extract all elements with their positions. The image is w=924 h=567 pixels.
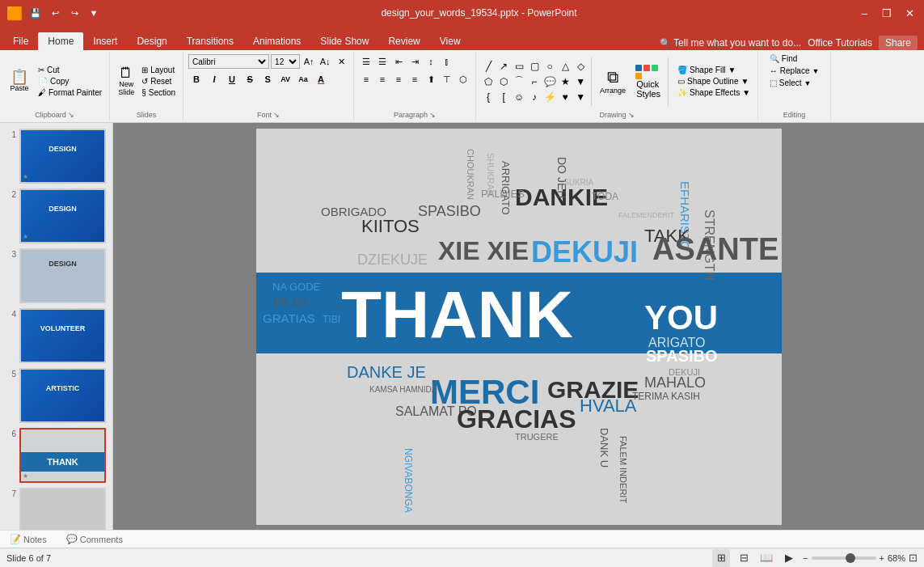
clipboard-label[interactable]: Clipboard ↘ — [35, 109, 74, 119]
numbering-button[interactable]: ☰ — [375, 54, 390, 69]
redo-button[interactable]: ↪ — [66, 5, 82, 21]
tab-home[interactable]: Home — [38, 32, 83, 50]
slide-image-4[interactable]: VOLUNTEER — [19, 308, 106, 363]
tab-insert[interactable]: Insert — [83, 32, 127, 50]
bullets-button[interactable]: ☰ — [359, 54, 373, 69]
tab-file[interactable]: File — [3, 32, 38, 50]
smiley-shape[interactable]: ☺ — [512, 90, 526, 104]
tab-review[interactable]: Review — [378, 32, 429, 50]
slide-thumb-7[interactable]: 7 — [6, 488, 106, 530]
minimize-button[interactable]: ‒ — [856, 5, 872, 21]
font-color-button[interactable]: A — [313, 72, 329, 87]
paste-button[interactable]: 📋 Paste — [5, 68, 34, 95]
slide-image-1[interactable]: DESIGN ★ — [19, 129, 106, 184]
slide-thumb-6[interactable]: 6 THANK ★ — [6, 428, 106, 483]
slide-sorter-button[interactable]: ⊟ — [735, 549, 753, 567]
arrow-shape[interactable]: ↗ — [496, 59, 511, 74]
increase-font-button[interactable]: A↑ — [302, 54, 316, 69]
zoom-in-button[interactable]: + — [880, 553, 884, 563]
pentagon-shape[interactable]: ⬠ — [481, 74, 496, 89]
align-text-button[interactable]: ⊤ — [440, 72, 454, 87]
slideshow-button[interactable]: ▶ — [780, 549, 798, 567]
reset-button[interactable]: ↺ Reset — [139, 76, 178, 87]
slide-panel[interactable]: 1 DESIGN ★ 2 DESIGN ★ 3 DESIGN — [0, 123, 113, 530]
change-case-button[interactable]: Aa — [295, 72, 311, 87]
quick-styles-button[interactable]: QuickStyles — [632, 63, 665, 100]
main-slide-area[interactable]: THANK YOU ARIGATO SPASIBO DANKIE STRENGT… — [113, 123, 924, 530]
paragraph-expand-icon[interactable]: ↘ — [429, 111, 436, 119]
shape-fill-dropdown[interactable]: ▼ — [728, 66, 736, 74]
columns-button[interactable]: ⫿ — [440, 54, 454, 69]
round-rect-shape[interactable]: ▢ — [527, 59, 542, 74]
justify-button[interactable]: ≡ — [407, 72, 422, 87]
hex-shape[interactable]: ⬡ — [496, 74, 511, 89]
arrange-button[interactable]: ⧉ Arrange — [595, 66, 631, 96]
shape-outline-dropdown[interactable]: ▼ — [741, 77, 749, 86]
bold-button[interactable]: B — [188, 72, 205, 87]
fit-slide-button[interactable]: ⊡ — [909, 552, 918, 564]
music-shape[interactable]: ♪ — [527, 90, 542, 104]
char-spacing-button[interactable]: AV — [277, 72, 293, 87]
shape-effects-dropdown[interactable]: ▼ — [742, 88, 750, 97]
customize-qa-button[interactable]: ▼ — [86, 5, 102, 21]
align-right-button[interactable]: ≡ — [391, 72, 406, 87]
tell-me-input[interactable]: 🔍 Tell me what you want to do... — [660, 37, 801, 49]
heart-shape[interactable]: ♥ — [558, 90, 572, 104]
save-button[interactable]: 💾 — [27, 5, 44, 21]
paragraph-label[interactable]: Paragraph ↘ — [394, 109, 436, 119]
lightning-shape[interactable]: ⚡ — [542, 90, 557, 104]
curve-shape[interactable]: ⌒ — [512, 74, 526, 89]
drawing-label[interactable]: Drawing ↘ — [600, 109, 635, 119]
rect-shape[interactable]: ▭ — [512, 59, 526, 74]
slide-image-2[interactable]: DESIGN ★ — [19, 188, 106, 243]
restore-button[interactable]: ❒ — [879, 5, 895, 21]
italic-button[interactable]: I — [206, 72, 222, 87]
shape-outline-button[interactable]: ▭ Shape Outline ▼ — [675, 76, 753, 87]
strikethrough-button[interactable]: S — [242, 72, 258, 87]
format-painter-button[interactable]: 🖌 Format Painter — [36, 87, 104, 98]
tab-transitions[interactable]: Transitions — [177, 32, 243, 50]
increase-indent-button[interactable]: ⇥ — [407, 54, 422, 69]
share-button[interactable]: Share — [879, 36, 918, 50]
shape-effects-button[interactable]: ✨ Shape Effects ▼ — [675, 87, 753, 98]
clipboard-expand-icon[interactable]: ↘ — [68, 111, 74, 119]
decrease-font-button[interactable]: A↓ — [318, 54, 332, 69]
triangle-shape[interactable]: △ — [558, 59, 572, 74]
slide-image-7[interactable] — [19, 488, 106, 530]
comments-button[interactable]: 💬 Comments — [63, 532, 126, 546]
text-direction-button[interactable]: ⬆ — [424, 72, 438, 87]
convert-smartart-button[interactable]: ⬡ — [456, 72, 470, 87]
normal-view-button[interactable]: ⊞ — [712, 549, 730, 567]
font-name-select[interactable]: Calibri — [188, 54, 269, 69]
font-size-select[interactable]: 12 — [271, 54, 300, 69]
slide-thumb-3[interactable]: 3 DESIGN — [6, 248, 106, 303]
align-left-button[interactable]: ≡ — [359, 72, 373, 87]
more-shapes-btn[interactable]: ▼ — [573, 74, 588, 89]
notes-button[interactable]: 📝 Notes — [6, 532, 50, 546]
slide-thumb-5[interactable]: 5 ARTISTIC — [6, 368, 106, 423]
line-shape[interactable]: ╱ — [481, 59, 496, 74]
reading-view-button[interactable]: 📖 — [757, 549, 775, 567]
connector-shape[interactable]: ⌐ — [527, 74, 542, 89]
find-button[interactable]: 🔍 Find — [767, 53, 800, 64]
slides-label[interactable]: Slides — [137, 109, 157, 119]
select-button[interactable]: ⬚ Select ▼ — [767, 78, 814, 88]
shape-fill-button[interactable]: 🪣 Shape Fill ▼ — [675, 65, 753, 75]
zoom-slider[interactable] — [812, 556, 876, 560]
slide-image-6[interactable]: THANK ★ — [19, 428, 106, 483]
replace-button[interactable]: ↔ Replace ▼ — [767, 66, 822, 76]
section-button[interactable]: § Section — [139, 87, 178, 98]
star-shape[interactable]: ★ — [558, 74, 572, 89]
font-expand-icon[interactable]: ↘ — [273, 111, 280, 119]
slide-canvas[interactable]: THANK YOU ARIGATO SPASIBO DANKIE STRENGT… — [256, 129, 782, 525]
callout-shape[interactable]: 💬 — [542, 74, 557, 89]
slide-thumb-4[interactable]: 4 VOLUNTEER — [6, 308, 106, 363]
underline-button[interactable]: U — [224, 72, 240, 87]
align-center-button[interactable]: ≡ — [375, 72, 390, 87]
ellipse-shape[interactable]: ○ — [542, 59, 557, 74]
slide-thumb-2[interactable]: 2 DESIGN ★ — [6, 188, 106, 243]
zoom-out-button[interactable]: − — [803, 553, 808, 563]
copy-button[interactable]: 📄 Copy — [36, 76, 104, 87]
tab-animations[interactable]: Animations — [243, 32, 310, 50]
tab-slideshow[interactable]: Slide Show — [310, 32, 378, 50]
